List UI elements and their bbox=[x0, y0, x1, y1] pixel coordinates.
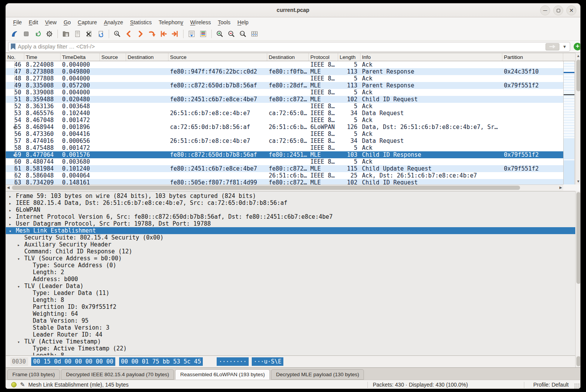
collapse-arrow-icon[interactable]: ▾ bbox=[9, 228, 16, 235]
column-header-len[interactable]: Length bbox=[338, 53, 360, 61]
column-header-dst[interactable]: Destination bbox=[126, 53, 168, 61]
menu-statistics[interactable]: Statistics bbox=[126, 18, 155, 27]
menu-wireless[interactable]: Wireless bbox=[187, 18, 214, 27]
packet-row[interactable]: 618.5819840.101240fe80::2451:c6b7:e8ce:4… bbox=[6, 165, 563, 172]
scroll-thumb[interactable] bbox=[12, 186, 520, 190]
packet-row[interactable]: 578.4740160.00065626:51:c6:b7:e8:ce:4b:e… bbox=[6, 137, 563, 144]
column-header-info[interactable]: Info bbox=[360, 53, 502, 61]
scroll-right-icon[interactable]: ▶ bbox=[559, 186, 562, 189]
packet-row[interactable]: 468.2240080.004000IEEE 8…5Ack bbox=[6, 61, 563, 68]
packet-row[interactable]: 518.3594880.020480fe80::2451:c6b7:e8ce:4… bbox=[6, 96, 563, 103]
hex-bytes[interactable]: 00 15 0d 00 00 00 00 00 bbox=[31, 357, 115, 366]
detail-line[interactable]: Type: Source Address (0) bbox=[6, 262, 575, 269]
collapse-arrow-icon[interactable]: ▾ bbox=[17, 339, 24, 346]
packet-row[interactable]: 628.5860480.00406426:51:c6:b…IEEE 8…25Ac… bbox=[6, 172, 563, 179]
detail-line[interactable]: Security Suite: 802.15.4 Security (0x00) bbox=[6, 234, 575, 241]
column-header-no[interactable]: No. bbox=[6, 53, 24, 61]
display-filter-box[interactable]: ▼ bbox=[8, 42, 570, 52]
scroll-left-icon[interactable]: ◀ bbox=[7, 186, 10, 189]
detail-line[interactable]: ▸IEEE 802.15.4 Data, Dst: 26:51:c6:b7:e8… bbox=[6, 199, 575, 206]
detail-line[interactable]: Weighting: 64 bbox=[6, 310, 575, 317]
zoom-out-button[interactable] bbox=[226, 28, 237, 39]
packet-row[interactable]: 478.2738080.049800fe80::947f:f476:22bc:c… bbox=[6, 68, 563, 75]
hex-vscrollbar[interactable] bbox=[575, 355, 581, 367]
hex-bytes[interactable]: 00 00 01 75 bb 53 5c 45 bbox=[119, 357, 203, 366]
column-header-part[interactable]: Partition bbox=[502, 53, 563, 61]
go-back-button[interactable] bbox=[123, 28, 134, 39]
find-packet-button[interactable]: A bbox=[112, 28, 123, 39]
reload-file-button[interactable] bbox=[95, 28, 106, 39]
menu-view[interactable]: View bbox=[42, 18, 60, 27]
menu-analyze[interactable]: Analyze bbox=[100, 18, 126, 27]
scroll-up-icon[interactable]: ▲ bbox=[576, 54, 581, 58]
start-capture-button[interactable] bbox=[9, 28, 20, 39]
display-filter-input[interactable] bbox=[15, 44, 546, 50]
detail-line[interactable]: Type: Active Timestamp (22) bbox=[6, 345, 575, 352]
add-filter-button[interactable]: + bbox=[574, 43, 581, 50]
detail-line[interactable]: Length: 2 bbox=[6, 269, 575, 276]
packet-list-hscrollbar[interactable]: ◀ ▶ bbox=[6, 184, 563, 191]
scroll-thumb[interactable] bbox=[576, 60, 581, 91]
detail-line[interactable]: ▸Internet Protocol Version 6, Src: fe80:… bbox=[6, 213, 575, 220]
stop-capture-button[interactable] bbox=[21, 28, 32, 39]
packet-row[interactable]: 538.4655760.10244026:51:c6:b7:e8:ce:4b:e… bbox=[6, 110, 563, 117]
profile-label[interactable]: Profile: Default bbox=[533, 382, 569, 388]
bytes-tab[interactable]: Decrypted MLE payload (130 bytes) bbox=[271, 369, 364, 380]
packet-list-vscrollbar[interactable]: ▲ ▼ bbox=[575, 53, 581, 184]
detail-line[interactable]: Address: b000 bbox=[6, 276, 575, 283]
menu-go[interactable]: Go bbox=[60, 18, 74, 27]
collapse-arrow-icon[interactable]: ▾ bbox=[17, 283, 24, 290]
detail-line[interactable]: ▾TLV (Source Address = b0:00) bbox=[6, 255, 575, 262]
detail-line[interactable]: ▸User Datagram Protocol, Src Port: 19788… bbox=[6, 220, 575, 227]
packet-row[interactable]: 588.4754880.001472IEEE 8…5Ack bbox=[6, 144, 563, 151]
column-header-src2[interactable]: Source bbox=[168, 53, 267, 61]
resize-grip[interactable] bbox=[574, 383, 579, 389]
intelligent-scrollbar-minimap[interactable] bbox=[563, 61, 575, 184]
packet-row[interactable]: 528.3631360.003648IEEE 8…5Ack bbox=[6, 103, 563, 110]
column-header-delta[interactable]: TimeDelta bbox=[61, 53, 100, 61]
restart-capture-button[interactable] bbox=[32, 28, 43, 39]
packet-row[interactable]: 508.3390080.004000IEEE 8…5Ack bbox=[6, 89, 563, 96]
open-file-button[interactable] bbox=[61, 28, 71, 39]
expert-info-icon[interactable] bbox=[11, 382, 17, 387]
packet-row[interactable]: 598.4770640.001576fe80::c872:650d:b7b8:5… bbox=[6, 151, 563, 158]
detail-line[interactable]: ▸6LoWPAN bbox=[6, 206, 575, 213]
detail-line[interactable]: Data Version: 95 bbox=[6, 317, 575, 324]
detail-line[interactable]: Length: 8 bbox=[6, 352, 575, 355]
detail-line[interactable]: Length: 8 bbox=[6, 297, 575, 303]
first-packet-button[interactable] bbox=[158, 28, 169, 39]
bytes-tab[interactable]: Reassembled 6LoWPAN (193 bytes) bbox=[175, 369, 270, 380]
column-header-dst2[interactable]: Destination bbox=[267, 53, 309, 61]
bytes-tab[interactable]: Decrypted IEEE 802.15.4 payload (70 byte… bbox=[61, 369, 174, 380]
menu-edit[interactable]: Edit bbox=[25, 18, 42, 27]
minimize-icon[interactable]: ─ bbox=[540, 5, 550, 15]
packet-row[interactable]: 498.3350080.057200fe80::c872:650d:b7b8:5… bbox=[6, 82, 563, 89]
hex-ascii[interactable]: ········ bbox=[217, 357, 248, 366]
last-packet-button[interactable] bbox=[170, 28, 180, 39]
menu-file[interactable]: File bbox=[10, 18, 25, 27]
menu-telephony[interactable]: Telephony bbox=[155, 18, 187, 27]
filter-dropdown-icon[interactable]: ▼ bbox=[562, 44, 567, 49]
colorize-button[interactable] bbox=[198, 28, 209, 39]
auto-scroll-button[interactable] bbox=[186, 28, 197, 39]
go-forward-button[interactable] bbox=[135, 28, 146, 39]
maximize-icon[interactable] bbox=[553, 5, 563, 15]
menu-help[interactable]: Help bbox=[234, 18, 252, 27]
capture-options-button[interactable] bbox=[44, 28, 55, 39]
packet-row[interactable]: 548.4670480.001472IEEE 8…5Ack bbox=[6, 117, 563, 124]
detail-line[interactable]: ▾Mesh Link Establishment bbox=[6, 227, 575, 234]
bytes-tab[interactable]: Frame (103 bytes) bbox=[7, 369, 60, 380]
packet-row[interactable]: 488.2778080.004000IEEE 8…5Ack bbox=[6, 75, 563, 82]
apply-filter-button[interactable] bbox=[546, 43, 559, 50]
packet-row[interactable]: 558.4689440.001896ca:72:65:0d:b7:b8:56:a… bbox=[6, 124, 563, 131]
hex-ascii[interactable]: ···u·S\E bbox=[252, 357, 283, 366]
scroll-thumb[interactable] bbox=[576, 356, 581, 366]
detail-line[interactable]: ▸Frame 59: 103 bytes on wire (824 bits),… bbox=[6, 193, 575, 199]
detail-vscrollbar[interactable] bbox=[575, 191, 581, 355]
close-file-button[interactable] bbox=[84, 28, 94, 39]
detail-line[interactable]: ▾TLV (Active Timestamp) bbox=[6, 338, 575, 345]
detail-line[interactable]: Type: Leader Data (11) bbox=[6, 290, 575, 297]
filter-bookmark-icon[interactable] bbox=[11, 44, 15, 50]
column-header-proto[interactable]: Protocol bbox=[309, 53, 338, 61]
zoom-original-button[interactable]: 1:1 bbox=[237, 28, 248, 39]
